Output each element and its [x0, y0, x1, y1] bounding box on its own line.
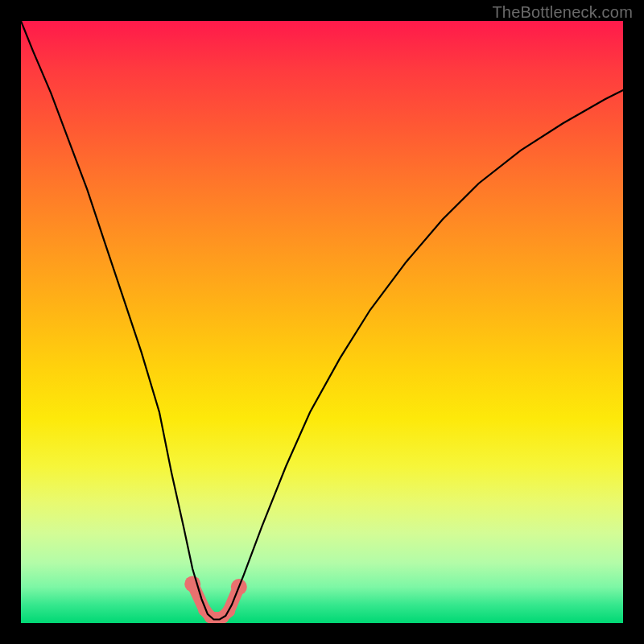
outer-frame: TheBottleneck.com [0, 0, 644, 644]
bottleneck-curve [21, 21, 623, 620]
watermark-text: TheBottleneck.com [492, 3, 633, 22]
plot-area [21, 21, 623, 623]
curve-layer [21, 21, 623, 623]
valley-markers [184, 576, 247, 623]
